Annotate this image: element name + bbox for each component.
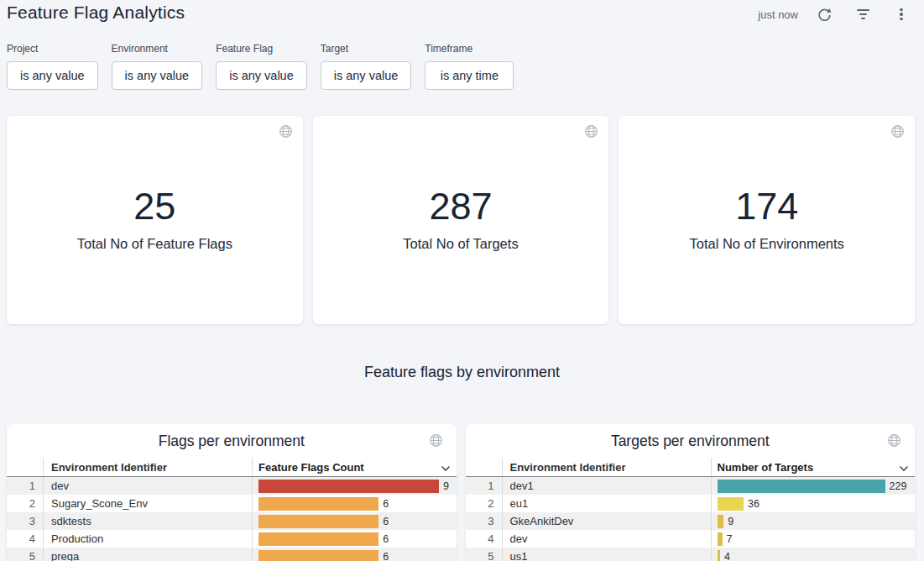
bar-value: 6 xyxy=(383,533,389,545)
filter-icon[interactable] xyxy=(854,5,872,24)
kpi-value: 25 xyxy=(133,186,175,226)
row-number: 4 xyxy=(466,530,503,548)
globe-icon[interactable] xyxy=(584,124,598,142)
bar-value: 6 xyxy=(383,551,389,561)
table-row[interactable]: 3 GkeAnkitDev 9 xyxy=(466,512,916,530)
globe-icon[interactable] xyxy=(429,433,443,451)
bar-value: 229 xyxy=(890,480,907,492)
bar xyxy=(258,480,439,493)
kpi-value: 287 xyxy=(429,186,492,226)
kpi-label: Total No of Feature Flags xyxy=(77,236,232,252)
globe-icon[interactable] xyxy=(890,124,905,142)
kpi-label: Total No of Targets xyxy=(403,236,518,252)
bar-value: 6 xyxy=(383,516,389,527)
row-number-header xyxy=(466,458,503,476)
filter-lines-glyph xyxy=(857,9,869,19)
targets-per-environment-card: Targets per environment Environment Iden… xyxy=(466,424,916,561)
filter-chip-project[interactable]: is any value xyxy=(7,61,98,90)
environment-cell: GkeAnkitDev xyxy=(503,512,712,530)
bar-value: 9 xyxy=(728,516,733,527)
row-number: 5 xyxy=(466,548,503,561)
chevron-down-icon[interactable] xyxy=(899,462,909,474)
chevron-down-icon[interactable] xyxy=(441,462,451,474)
tables-row: Flags per environment Environment Identi… xyxy=(7,424,915,561)
filter-chip-environment[interactable]: is any value xyxy=(112,61,203,90)
filter-chip-target[interactable]: is any value xyxy=(321,61,412,90)
filter-chip-timeframe[interactable]: is any time xyxy=(425,61,514,90)
filter-label: Target xyxy=(321,43,348,55)
filter-label: Timeframe xyxy=(425,43,472,55)
environment-cell: prega xyxy=(44,548,253,561)
dashboard-page: Feature Flag Analytics just now Project … xyxy=(0,0,924,561)
table-row[interactable]: 2 Sugary_Scone_Env 6 xyxy=(7,495,457,512)
column-header-environment[interactable]: Environment Identifier xyxy=(44,458,253,476)
table-row[interactable]: 4 Production 6 xyxy=(7,530,457,548)
column-header-count[interactable]: Number of Targets xyxy=(712,458,916,476)
filter-label: Environment xyxy=(112,43,168,55)
bar xyxy=(258,550,378,561)
refresh-icon[interactable] xyxy=(815,5,833,24)
filter-group-project: Project is any value xyxy=(7,43,98,90)
bar xyxy=(258,532,378,546)
environment-cell: dev xyxy=(44,477,253,495)
filter-chip-feature-flag[interactable]: is any value xyxy=(216,61,307,90)
table-row[interactable]: 3 sdktests 6 xyxy=(7,512,457,530)
bar xyxy=(258,515,378,528)
environment-cell: dev1 xyxy=(503,477,712,495)
flags-per-environment-card: Flags per environment Environment Identi… xyxy=(7,424,457,561)
bar xyxy=(718,515,724,528)
row-number: 5 xyxy=(7,548,44,561)
row-number-header xyxy=(7,458,44,476)
kpi-card-targets: 287 Total No of Targets xyxy=(313,116,609,324)
bar-value: 6 xyxy=(383,498,389,510)
kebab-dots-glyph xyxy=(900,8,902,21)
column-header-count[interactable]: Feature Flags Count xyxy=(253,458,457,476)
kpi-card-feature-flags: 25 Total No of Feature Flags xyxy=(7,116,303,324)
filter-group-timeframe: Timeframe is any time xyxy=(425,43,514,90)
bar-value: 7 xyxy=(727,533,733,545)
table-row[interactable]: 5 us1 4 xyxy=(466,548,916,561)
table-row[interactable]: 1 dev1 229 xyxy=(466,477,916,495)
bar xyxy=(718,550,720,561)
table-title: Flags per environment xyxy=(7,424,457,450)
bar xyxy=(258,497,378,511)
globe-icon[interactable] xyxy=(279,124,293,142)
table-row[interactable]: 4 dev 7 xyxy=(466,530,916,548)
refresh-status: just now xyxy=(758,8,798,21)
filter-group-feature-flag: Feature Flag is any value xyxy=(216,43,307,90)
globe-icon[interactable] xyxy=(887,433,901,451)
bar xyxy=(718,497,744,511)
page-title: Feature Flag Analytics xyxy=(7,3,185,23)
kpi-row: 25 Total No of Feature Flags 287 Total N… xyxy=(7,116,915,324)
bar xyxy=(718,480,885,493)
environment-cell: Sugary_Scone_Env xyxy=(44,495,253,512)
row-number: 2 xyxy=(466,495,503,512)
row-number: 3 xyxy=(7,512,44,530)
column-header-environment[interactable]: Environment Identifier xyxy=(503,458,712,476)
bar xyxy=(718,532,723,546)
environment-cell: sdktests xyxy=(44,512,253,530)
row-number: 4 xyxy=(7,530,44,548)
targets-table: Environment Identifier Number of Targets… xyxy=(466,458,916,561)
filter-label: Project xyxy=(7,43,38,55)
environment-cell: eu1 xyxy=(503,495,712,512)
filter-group-environment: Environment is any value xyxy=(112,43,203,90)
section-title: Feature flags by environment xyxy=(0,364,924,381)
environment-cell: us1 xyxy=(503,548,712,561)
table-header-row: Environment Identifier Number of Targets xyxy=(466,458,916,477)
row-number: 3 xyxy=(466,512,503,530)
bar-value: 36 xyxy=(748,498,760,510)
environment-cell: Production xyxy=(44,530,253,548)
kpi-card-environments: 174 Total No of Environments xyxy=(619,116,915,324)
kebab-menu-icon[interactable] xyxy=(892,5,911,24)
kpi-value: 174 xyxy=(735,186,798,226)
table-row[interactable]: 1 dev 9 xyxy=(7,477,457,495)
table-row[interactable]: 2 eu1 36 xyxy=(466,495,916,512)
bar-value: 4 xyxy=(724,551,730,561)
table-row[interactable]: 5 prega 6 xyxy=(7,548,457,561)
top-bar-actions: just now xyxy=(758,5,911,24)
filter-label: Feature Flag xyxy=(216,43,273,55)
row-number: 1 xyxy=(7,477,44,495)
top-bar: Feature Flag Analytics just now xyxy=(0,0,924,34)
filter-bar: Project is any value Environment is any … xyxy=(7,43,514,90)
